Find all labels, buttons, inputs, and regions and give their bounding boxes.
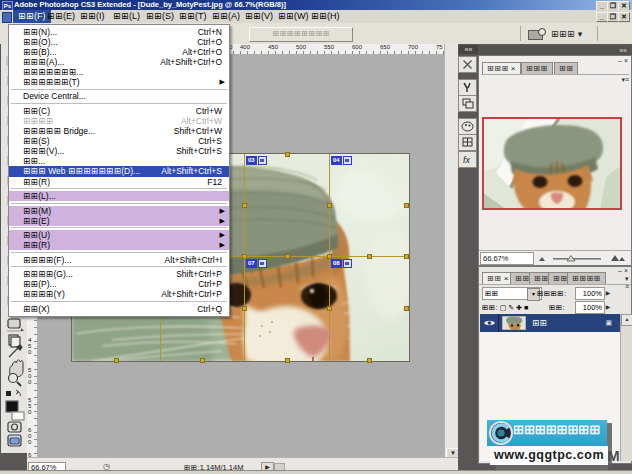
svg-text:fx: fx (463, 155, 471, 165)
